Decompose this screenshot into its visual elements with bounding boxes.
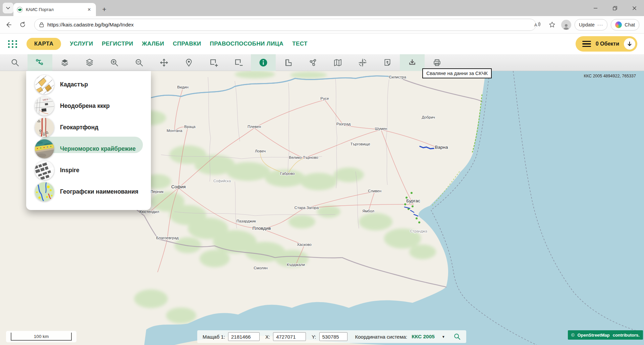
city-label: Стара Загора xyxy=(294,206,319,210)
nav-item-test[interactable]: ТЕСТ xyxy=(292,41,308,47)
city-label: Бургас xyxy=(406,198,420,203)
city-label: Смолян xyxy=(254,266,268,270)
scale-bar: 100 km xyxy=(6,331,76,342)
layer-item-label: Кадастър xyxy=(60,81,88,88)
y-coordinate-input[interactable]: 530785 xyxy=(319,332,347,341)
layer-item-geokartfond[interactable]: Геокартфонд xyxy=(26,117,151,138)
update-button[interactable]: Update ··· xyxy=(575,19,607,30)
download-tooltip: Сваляне на данни за СКЧК xyxy=(422,68,492,78)
download-icon xyxy=(408,58,417,67)
city-label: Сливен xyxy=(368,189,381,193)
osm-attribution[interactable]: © OpenStreetMap contributors. xyxy=(568,330,643,340)
objects-menu-icon xyxy=(582,41,591,47)
city-label: Кърджали xyxy=(287,263,305,267)
layer-item-geografski-naimenovania[interactable]: Географски наименования xyxy=(26,181,151,202)
profile-avatar[interactable] xyxy=(561,20,571,30)
identify-tool[interactable] xyxy=(251,54,276,71)
x-coordinate-input[interactable]: 4727071 xyxy=(273,332,306,341)
read-aloud-button[interactable]: A xyxy=(532,19,543,30)
copyright-icon: © xyxy=(571,333,575,338)
zoom-out-tool[interactable] xyxy=(132,54,147,71)
locate-tool[interactable] xyxy=(181,54,196,71)
crs-select-value[interactable]: ККС 2005 xyxy=(412,334,435,340)
scale-bar-label: 100 km xyxy=(11,333,72,341)
refresh-button[interactable] xyxy=(17,19,28,30)
measure-tool[interactable] xyxy=(281,54,296,71)
svg-text:A: A xyxy=(534,22,537,27)
url-field[interactable]: https://kais.cadastre.bg/bg/Map/Index xyxy=(34,19,536,31)
layer-categories-dropdown: Кадастър 132.3 Неодобрена кккр xyxy=(26,71,151,210)
crs-dropdown-caret-icon[interactable]: ▼ xyxy=(442,335,445,339)
favorites-star-button[interactable] xyxy=(546,19,558,30)
browser-tab-bar: КАИС Портал ✕ + xyxy=(0,0,644,16)
person-icon xyxy=(562,23,570,30)
coordinate-grid-tool[interactable] xyxy=(355,54,370,71)
geonames-thumbnail xyxy=(35,182,54,201)
nav-item-karta[interactable]: КАРТА xyxy=(26,38,61,50)
new-tab-button[interactable]: + xyxy=(99,4,109,14)
scale-input[interactable]: 2181466 xyxy=(228,332,260,341)
window-close-button[interactable] xyxy=(625,0,644,16)
site-favicon xyxy=(17,7,23,13)
pan-tool[interactable] xyxy=(157,54,171,71)
layer-item-inspire[interactable]: Inspire xyxy=(26,159,151,181)
nav-item-uslugi[interactable]: УСЛУГИ xyxy=(70,41,93,47)
star-icon xyxy=(549,21,555,28)
nodes-polygon-icon xyxy=(308,58,318,67)
search-tool[interactable] xyxy=(8,54,22,71)
window-restore-button[interactable] xyxy=(605,0,625,16)
city-label: Софийска xyxy=(213,179,231,183)
city-label: Русе xyxy=(320,96,329,100)
base-layers-icon xyxy=(60,58,69,67)
city-label: Плевен xyxy=(248,125,261,129)
layer-item-chernomorsko-kraibrezhie[interactable]: Черноморско крайбрежие xyxy=(26,138,151,159)
window-minimize-button[interactable] xyxy=(586,0,605,16)
tab-search-chevron-button[interactable] xyxy=(3,3,13,13)
cursor-crs-readout: ККС 2005 4894922, 765337 xyxy=(584,74,636,78)
restore-icon xyxy=(613,6,617,10)
nav-item-spravki[interactable]: СПРАВКИ xyxy=(173,41,201,47)
city-label: Враца xyxy=(184,125,196,129)
nav-item-pravosposobni-litsa[interactable]: ПРАВОСПОСОБНИ ЛИЦА xyxy=(210,41,284,47)
tab-close-icon[interactable]: ✕ xyxy=(86,6,93,13)
zoom-in-tool[interactable] xyxy=(107,54,122,71)
overview-map-tool[interactable] xyxy=(330,54,345,71)
layer-categories-tool[interactable] xyxy=(28,54,52,71)
city-label: Пазарджик xyxy=(236,219,256,223)
zoom-rect-in-tool[interactable] xyxy=(206,54,221,71)
refresh-icon xyxy=(19,21,26,28)
search-icon xyxy=(10,58,20,67)
location-pin-icon xyxy=(184,58,194,67)
site-navbar: КАРТА УСЛУГИ РЕГИСТРИ ЖАЛБИ СПРАВКИ ПРАВ… xyxy=(0,33,644,54)
nav-item-registri[interactable]: РЕГИСТРИ xyxy=(102,41,133,47)
coordinate-search-icon[interactable] xyxy=(453,333,461,340)
geokartfond-thumbnail xyxy=(35,118,54,137)
zoom-rect-out-tool[interactable] xyxy=(231,54,246,71)
measure-area-tool[interactable] xyxy=(306,54,320,71)
browser-tab[interactable]: КАИС Портал ✕ xyxy=(13,3,96,16)
neodobrena-thumbnail: 132.3 xyxy=(35,96,54,116)
base-layers-tool[interactable] xyxy=(57,54,72,71)
objects-badge[interactable]: 0 Обекти xyxy=(576,36,637,52)
copilot-icon xyxy=(615,21,622,28)
export-tool[interactable] xyxy=(380,54,395,71)
city-label: Габрово xyxy=(280,171,295,176)
apps-grid-icon[interactable] xyxy=(8,40,18,48)
layer-item-kadastar[interactable]: Кадастър xyxy=(26,74,151,95)
back-button[interactable] xyxy=(3,19,14,30)
more-menu-icon[interactable]: ··· xyxy=(597,22,603,27)
rect-zoom-in-icon xyxy=(209,58,218,67)
objects-download-button[interactable] xyxy=(624,38,635,50)
city-label: Перник xyxy=(151,190,164,194)
download-skck-tool[interactable] xyxy=(400,54,425,71)
layer-item-neodobrena-kkkr[interactable]: 132.3 Неодобрена кккр xyxy=(26,95,151,117)
layer-item-label: Неодобрена кккр xyxy=(60,102,110,110)
crosshair-axes-icon xyxy=(358,58,367,67)
copilot-chat-button[interactable]: Chat xyxy=(611,19,639,30)
city-label: Варна xyxy=(435,145,448,150)
city-label: Ловеч xyxy=(255,149,266,153)
objects-count-label: 0 Обекти xyxy=(596,41,619,47)
nav-item-zhalbi[interactable]: ЖАЛБИ xyxy=(142,41,164,47)
map-status-bar: Мащаб 1: 2181466 X: 4727071 Y: 530785 Ко… xyxy=(197,330,466,343)
layers-tool[interactable] xyxy=(82,54,97,71)
